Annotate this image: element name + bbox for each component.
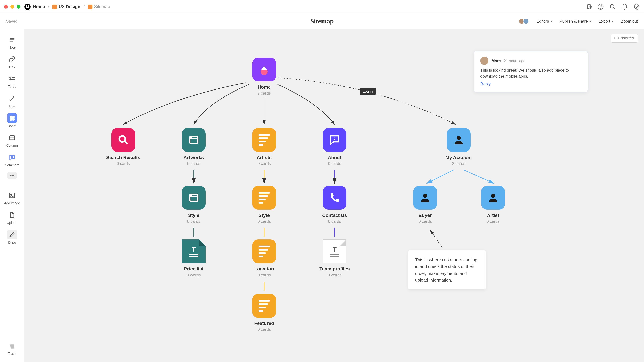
- text-lines-icon: [252, 294, 276, 318]
- comment-reply-link[interactable]: Reply: [480, 82, 581, 86]
- device-badge[interactable]: 0: [586, 3, 592, 10]
- gear-icon[interactable]: [634, 3, 640, 10]
- close-window[interactable]: [4, 5, 8, 8]
- tool-note[interactable]: Note: [6, 33, 18, 51]
- editors-dropdown[interactable]: Editors: [536, 19, 552, 24]
- comment-author: Marc: [492, 58, 501, 63]
- trash-icon: [8, 343, 16, 350]
- node-search-results[interactable]: Search Results 0 cards: [104, 128, 142, 166]
- tool-upload[interactable]: Upload: [5, 209, 18, 226]
- node-artist[interactable]: Artist 0 cards: [474, 186, 512, 224]
- person-icon: [413, 186, 437, 210]
- phone-icon: [323, 186, 346, 210]
- login-label-pill[interactable]: Log in: [360, 88, 376, 95]
- todo-icon: [8, 75, 16, 82]
- svg-point-50: [423, 194, 427, 198]
- upload-icon: [8, 212, 16, 219]
- svg-rect-15: [12, 116, 14, 118]
- svg-line-13: [10, 96, 14, 101]
- node-team-profiles[interactable]: T Team profiles 0 words: [315, 240, 354, 277]
- svg-line-36: [427, 170, 454, 183]
- node-price-list[interactable]: T Price list 0 words: [174, 240, 213, 277]
- svg-line-37: [464, 170, 494, 183]
- chevron-down-icon: [612, 21, 614, 22]
- node-sub: 0 words: [328, 273, 342, 277]
- node-title: Search Results: [106, 155, 140, 160]
- node-sub: 2 cards: [452, 161, 466, 166]
- node-title: Home: [258, 84, 271, 90]
- node-title: Buyer: [418, 213, 432, 218]
- node-title: Featured: [254, 321, 274, 326]
- node-title: Artworks: [184, 155, 204, 160]
- tool-draw[interactable]: Draw: [6, 228, 18, 246]
- help-icon[interactable]: [598, 3, 604, 10]
- node-sub: 7 cards: [258, 91, 271, 95]
- node-sub: 0 cards: [258, 273, 271, 277]
- tool-add-image[interactable]: Add image: [3, 189, 22, 206]
- node-artists[interactable]: Artists 0 cards: [245, 128, 284, 166]
- tool-more[interactable]: [6, 171, 18, 180]
- tool-link[interactable]: Link: [6, 53, 18, 70]
- svg-point-6: [636, 6, 638, 7]
- comment-body: This is looking great! We should also ad…: [480, 67, 581, 79]
- node-sub: 0 cards: [117, 161, 130, 166]
- crumb-home[interactable]: Home: [33, 4, 45, 9]
- unsorted-count: 0: [614, 36, 617, 40]
- maximize-window[interactable]: [17, 5, 20, 8]
- node-sub: 0 cards: [187, 219, 200, 224]
- crumb-ux[interactable]: UX Design: [52, 4, 80, 9]
- editor-avatars[interactable]: [520, 18, 529, 24]
- svg-point-24: [13, 175, 14, 176]
- bell-icon[interactable]: [622, 3, 628, 10]
- chevron-down-icon: [589, 21, 591, 22]
- node-my-account[interactable]: My Account 2 cards: [440, 128, 478, 166]
- document-actions: Editors Publish & share Export Zoom out: [520, 18, 638, 24]
- crumb-sitemap[interactable]: Sitemap: [88, 4, 110, 9]
- node-home[interactable]: Home 7 cards: [245, 58, 284, 95]
- text-doc-icon: T: [323, 240, 346, 263]
- crumb-sep: /: [84, 4, 85, 9]
- node-title: Team profiles: [320, 266, 350, 272]
- minimize-window[interactable]: [10, 5, 14, 8]
- node-sub: 0 cards: [258, 161, 271, 166]
- node-sub: 0 cards: [187, 161, 200, 166]
- svg-rect-16: [10, 118, 12, 121]
- publish-dropdown[interactable]: Publish & share: [560, 19, 591, 24]
- search-icon[interactable]: [610, 3, 616, 10]
- tool-comment[interactable]: Comment: [4, 151, 21, 168]
- info-chat-icon: [323, 128, 346, 152]
- node-location[interactable]: Location 0 cards: [245, 240, 284, 277]
- export-dropdown[interactable]: Export: [598, 19, 614, 24]
- avatar: [480, 57, 488, 65]
- node-sub: 0 cards: [486, 219, 500, 224]
- page-title[interactable]: Sitemap: [310, 17, 334, 25]
- board-icon: [9, 115, 15, 122]
- svg-rect-18: [10, 136, 15, 140]
- svg-rect-17: [12, 118, 14, 121]
- comment-icon: [8, 154, 16, 161]
- node-about[interactable]: About 0 cards: [315, 128, 354, 166]
- tool-todo[interactable]: To-do: [6, 73, 18, 90]
- tool-column[interactable]: Column: [5, 132, 19, 149]
- node-style-artworks[interactable]: Style 0 cards: [174, 186, 213, 224]
- tool-line[interactable]: Line: [6, 92, 18, 110]
- svg-line-5: [614, 7, 615, 9]
- sitemap-canvas[interactable]: 0 Unsorted: [24, 29, 644, 362]
- sticky-note[interactable]: This is where customers can log in and c…: [408, 250, 486, 290]
- node-featured[interactable]: Featured 0 cards: [245, 294, 284, 332]
- app-logo-icon[interactable]: M: [24, 4, 30, 10]
- note-icon: [8, 36, 16, 43]
- node-artworks[interactable]: Artworks 0 cards: [174, 128, 213, 166]
- tool-trash[interactable]: Trash: [6, 340, 18, 357]
- node-contact-us[interactable]: Contact Us 0 cards: [315, 186, 354, 224]
- svg-point-3: [600, 8, 601, 8]
- node-style-artists[interactable]: Style 0 cards: [245, 186, 284, 224]
- tool-board[interactable]: Board: [6, 112, 18, 129]
- unsorted-button[interactable]: 0 Unsorted: [611, 33, 638, 42]
- svg-point-51: [491, 194, 495, 198]
- node-buyer[interactable]: Buyer 0 cards: [406, 186, 444, 224]
- zoom-out-button[interactable]: Zoom out: [621, 19, 638, 24]
- window-controls: [4, 5, 20, 8]
- comment-card[interactable]: Marc 21 hours ago This is looking great!…: [474, 51, 588, 92]
- svg-rect-27: [11, 344, 13, 345]
